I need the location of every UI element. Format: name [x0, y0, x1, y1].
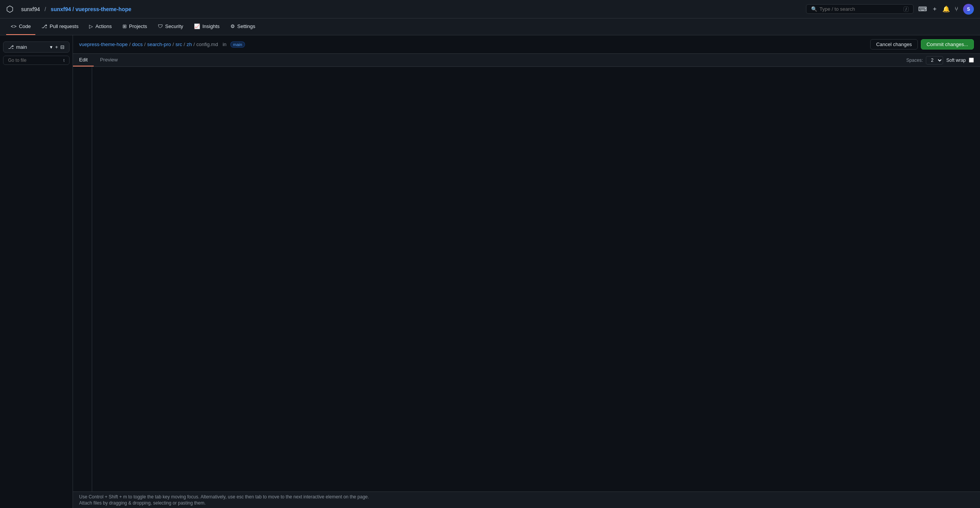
nav-insights-label: Insights — [202, 23, 220, 29]
editor-wrapper: vuepress-theme-hope / docs / search-pro … — [73, 35, 980, 508]
toolbar-right: Spaces: 2 4 Soft wrap — [900, 56, 980, 65]
github-logo-icon[interactable]: ⬡ — [6, 4, 13, 14]
breadcrumb-search-pro[interactable]: search-pro — [147, 41, 171, 47]
search-icon-small[interactable]: ⊟ — [60, 44, 65, 50]
graph-icon: 📈 — [194, 23, 200, 29]
nav-item-code[interactable]: <> Code — [6, 18, 35, 35]
spaces-select[interactable]: 2 4 — [926, 56, 943, 65]
breadcrumb-repo[interactable]: vuepress-theme-hope — [79, 41, 127, 47]
chevron-down-icon: ▾ — [50, 44, 53, 50]
soft-wrap-label: Soft wrap — [946, 58, 966, 63]
nav-repo-name[interactable]: sunxf94 / vuepress-theme-hope — [51, 6, 131, 12]
search-kbd: / — [904, 7, 909, 12]
editor-toolbar: Edit Preview Spaces: 2 4 Soft wrap — [73, 54, 980, 67]
breadcrumb-in: in — [223, 41, 227, 47]
editor-header: vuepress-theme-hope / docs / search-pro … — [73, 35, 980, 54]
file-search-input[interactable] — [8, 58, 61, 63]
breadcrumb-sep-2: / — [144, 41, 146, 47]
nav-actions-label: Actions — [95, 23, 112, 29]
search-icon: 🔍 — [811, 6, 817, 12]
nav-username[interactable]: sunxf94 — [21, 6, 40, 12]
nav-item-actions[interactable]: ▷ Actions — [84, 18, 116, 35]
code-content[interactable] — [92, 67, 980, 491]
branch-name: main — [16, 44, 48, 50]
search-box[interactable]: 🔍 / — [806, 4, 914, 14]
breadcrumb-src[interactable]: src — [175, 41, 182, 47]
breadcrumb-docs[interactable]: docs — [132, 41, 142, 47]
code-editor[interactable] — [73, 67, 980, 491]
breadcrumb-sep-5: / — [194, 41, 195, 47]
add-file-icon[interactable]: + — [55, 44, 58, 50]
breadcrumb-file: config.md — [196, 41, 218, 47]
keyboard-hint: Use Control + Shift + m to toggle the ta… — [79, 494, 974, 500]
search-input[interactable] — [819, 6, 901, 12]
nav-item-settings[interactable]: ⚙ Settings — [226, 18, 260, 35]
keyboard-t-hint: t — [63, 58, 65, 63]
nav-item-security[interactable]: 🛡 Security — [153, 18, 188, 35]
nav-code-label: Code — [19, 23, 31, 29]
breadcrumb-sep-4: / — [184, 41, 185, 47]
plus-icon[interactable]: ＋ — [932, 5, 938, 13]
gear-icon: ⚙ — [230, 23, 235, 29]
fork-icon[interactable]: ⑂ — [955, 6, 958, 13]
projects-icon: ⊞ — [122, 23, 127, 29]
nav-pr-label: Pull requests — [50, 23, 78, 29]
tab-preview[interactable]: Preview — [94, 54, 124, 66]
branch-selector[interactable]: ⎇ main ▾ + ⊟ — [3, 41, 70, 53]
nav-item-insights[interactable]: 📈 Insights — [189, 18, 224, 35]
file-search[interactable]: t — [3, 56, 70, 65]
user-avatar[interactable]: S — [963, 4, 974, 15]
nav-item-projects[interactable]: ⊞ Projects — [118, 18, 152, 35]
breadcrumb-sep-1: / — [129, 41, 131, 47]
shield-icon: 🛡 — [158, 23, 163, 29]
top-navigation: ⬡ sunxf94 / sunxf94 / vuepress-theme-hop… — [0, 0, 980, 18]
nav-item-pull-requests[interactable]: ⎇ Pull requests — [37, 18, 83, 35]
header-actions: Cancel changes Commit changes... — [870, 39, 974, 50]
breadcrumb: vuepress-theme-hope / docs / search-pro … — [79, 41, 245, 48]
nav-separator: / — [45, 6, 46, 12]
pull-request-icon: ⎇ — [41, 23, 47, 29]
bell-icon[interactable]: 🔔 — [942, 5, 950, 13]
bottom-hint-bar: Use Control + Shift + m to toggle the ta… — [73, 491, 980, 508]
terminal-icon[interactable]: ⌨ — [918, 5, 927, 13]
nav-projects-label: Projects — [129, 23, 147, 29]
nav-security-label: Security — [165, 23, 183, 29]
main-layout: ⎇ main ▾ + ⊟ t vuepress-theme-hope / doc… — [0, 35, 980, 508]
branch-badge: main — [230, 41, 245, 48]
cancel-changes-button[interactable]: Cancel changes — [870, 39, 917, 50]
commit-changes-button[interactable]: Commit changes... — [921, 39, 974, 50]
breadcrumb-zh[interactable]: zh — [187, 41, 192, 47]
breadcrumb-sep-3: / — [172, 41, 174, 47]
branch-icon: ⎇ — [8, 44, 14, 50]
tab-edit[interactable]: Edit — [73, 54, 94, 66]
line-numbers — [73, 67, 92, 491]
soft-wrap-toggle[interactable] — [969, 58, 974, 63]
repo-navigation: <> Code ⎇ Pull requests ▷ Actions ⊞ Proj… — [0, 18, 980, 35]
nav-icons: ⌨ ＋ 🔔 ⑂ S — [918, 4, 974, 15]
file-tree-sidebar: ⎇ main ▾ + ⊟ t — [0, 35, 73, 508]
actions-icon: ▷ — [89, 23, 93, 29]
spaces-label: Spaces: — [906, 58, 923, 63]
attach-hint: Attach files by dragging & dropping, sel… — [79, 500, 974, 506]
code-icon: <> — [11, 23, 17, 29]
nav-settings-label: Settings — [237, 23, 255, 29]
